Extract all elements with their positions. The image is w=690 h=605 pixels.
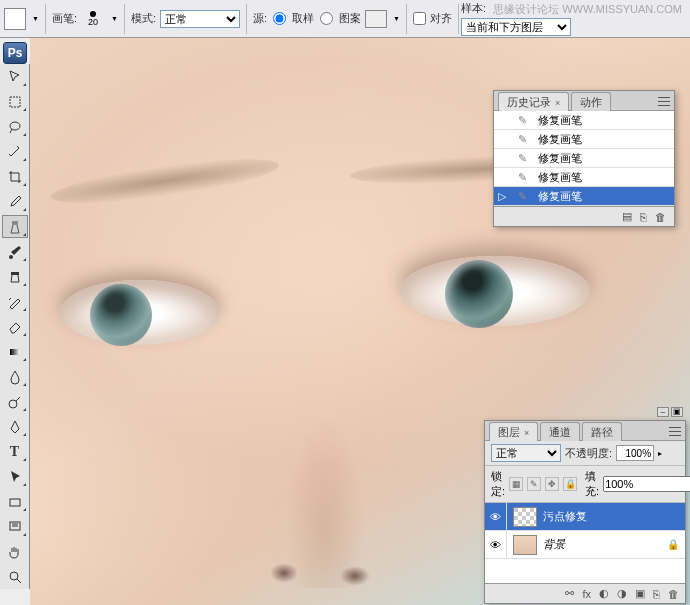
layer-thumbnail[interactable]	[513, 535, 537, 555]
tool-preset-picker[interactable]	[4, 8, 26, 30]
history-brush-tool[interactable]	[2, 290, 28, 313]
hand-tool[interactable]	[2, 540, 28, 563]
source-sampled-radio[interactable]	[273, 12, 286, 25]
lock-pixels-icon[interactable]: ✎	[527, 477, 541, 491]
chevron-down-icon[interactable]: ▼	[32, 15, 39, 22]
sample-select[interactable]: 当前和下方图层	[461, 18, 571, 36]
lock-all-icon[interactable]: 🔒	[563, 477, 577, 491]
tab-history[interactable]: 历史记录×	[498, 92, 569, 111]
layer-style-icon[interactable]: fx	[582, 588, 591, 600]
mode-select[interactable]: 正常	[160, 10, 240, 28]
layers-panel: – ▣ 图层× 通道 路径 正常 不透明度: ▸ 锁定: ▦ ✎ ✥ 🔒 填充:…	[484, 420, 686, 604]
panel-menu-icon[interactable]	[669, 425, 681, 437]
tab-layers[interactable]: 图层×	[489, 422, 538, 441]
new-layer-icon[interactable]: ⎘	[653, 588, 660, 600]
brush-label: 画笔:	[52, 11, 77, 26]
source-pattern-radio[interactable]	[320, 12, 333, 25]
svg-point-6	[9, 400, 17, 408]
close-icon[interactable]: ×	[524, 428, 529, 438]
tab-paths[interactable]: 路径	[582, 422, 622, 441]
notes-tool[interactable]	[2, 515, 28, 538]
brush-preset-picker[interactable]: 20	[81, 11, 105, 27]
panel-menu-icon[interactable]	[658, 95, 670, 107]
aligned-label[interactable]: 对齐	[430, 11, 452, 26]
shape-tool[interactable]	[2, 490, 28, 513]
source-pattern-label[interactable]: 图案	[339, 11, 361, 26]
tab-channels[interactable]: 通道	[540, 422, 580, 441]
pattern-swatch[interactable]	[365, 10, 387, 28]
layer-thumbnail[interactable]	[513, 507, 537, 527]
mode-label: 模式:	[131, 11, 156, 26]
history-item[interactable]: ▷✎修复画笔	[494, 187, 674, 206]
close-icon[interactable]: ×	[555, 98, 560, 108]
eyedropper-tool[interactable]	[2, 190, 28, 213]
chevron-down-icon[interactable]: ▼	[111, 15, 118, 22]
layer-row[interactable]: 👁 背景 🔒	[485, 531, 685, 559]
chevron-right-icon[interactable]: ▸	[658, 449, 662, 458]
move-tool[interactable]	[2, 65, 28, 88]
layer-name[interactable]: 污点修复	[543, 509, 685, 524]
svg-rect-0	[10, 97, 20, 107]
source-sampled-label[interactable]: 取样	[292, 11, 314, 26]
fill-input[interactable]	[603, 476, 690, 492]
layer-list: 👁 污点修复 👁 背景 🔒	[485, 503, 685, 583]
history-item[interactable]: ✎修复画笔	[494, 130, 674, 149]
svg-point-9	[10, 572, 18, 580]
path-selection-tool[interactable]	[2, 465, 28, 488]
layer-name[interactable]: 背景	[543, 537, 667, 552]
history-item[interactable]: ✎修复画笔	[494, 111, 674, 130]
history-item[interactable]: ✎修复画笔	[494, 149, 674, 168]
aligned-checkbox[interactable]	[413, 12, 426, 25]
adjustment-layer-icon[interactable]: ◑	[617, 587, 627, 600]
group-icon[interactable]: ▣	[635, 587, 645, 600]
svg-rect-2	[12, 221, 18, 225]
app-logo: Ps	[3, 42, 27, 64]
gradient-tool[interactable]	[2, 340, 28, 363]
eraser-tool[interactable]	[2, 315, 28, 338]
new-snapshot-icon[interactable]: ⎘	[640, 211, 647, 223]
create-document-icon[interactable]: ▤	[622, 210, 632, 223]
fill-label: 填充:	[585, 469, 599, 499]
lock-icon: 🔒	[667, 539, 679, 550]
marquee-tool[interactable]	[2, 90, 28, 113]
link-layers-icon[interactable]: ⚯	[565, 587, 574, 600]
brush-tool[interactable]	[2, 240, 28, 263]
tab-actions[interactable]: 动作	[571, 92, 611, 111]
layers-footer: ⚯ fx ◐ ◑ ▣ ⎘ 🗑	[485, 583, 685, 603]
clone-stamp-tool[interactable]	[2, 265, 28, 288]
trash-icon[interactable]: 🗑	[668, 588, 679, 600]
trash-icon[interactable]: 🗑	[655, 211, 666, 223]
healing-brush-icon: ✎	[518, 171, 532, 184]
layer-mask-icon[interactable]: ◐	[599, 587, 609, 600]
svg-point-3	[9, 255, 13, 259]
chevron-down-icon[interactable]: ▼	[393, 15, 400, 22]
blur-tool[interactable]	[2, 365, 28, 388]
tools-panel: T	[0, 64, 30, 589]
watermark-text: 思缘设计论坛 WWW.MISSYUAN.COM	[493, 2, 682, 17]
healing-brush-icon: ✎	[518, 190, 532, 203]
lock-position-icon[interactable]: ✥	[545, 477, 559, 491]
blend-mode-select[interactable]: 正常	[491, 444, 561, 462]
history-item[interactable]: ✎修复画笔	[494, 168, 674, 187]
visibility-toggle[interactable]: 👁	[485, 503, 507, 530]
layer-row[interactable]: 👁 污点修复	[485, 503, 685, 531]
magic-wand-tool[interactable]	[2, 140, 28, 163]
healing-brush-tool[interactable]	[2, 215, 28, 238]
visibility-toggle[interactable]: 👁	[485, 531, 507, 558]
dodge-tool[interactable]	[2, 390, 28, 413]
opacity-input[interactable]	[616, 445, 654, 461]
expand-icon[interactable]: ▣	[671, 407, 683, 417]
lasso-tool[interactable]	[2, 115, 28, 138]
svg-rect-7	[10, 499, 20, 506]
eye-icon: 👁	[490, 511, 501, 523]
type-tool[interactable]: T	[2, 440, 28, 463]
crop-tool[interactable]	[2, 165, 28, 188]
brush-size-value: 20	[88, 17, 98, 27]
pen-tool[interactable]	[2, 415, 28, 438]
healing-brush-icon: ✎	[518, 114, 532, 127]
history-footer: ▤ ⎘ 🗑	[494, 206, 674, 226]
zoom-tool[interactable]	[2, 565, 28, 588]
svg-rect-5	[10, 349, 20, 355]
minimize-icon[interactable]: –	[657, 407, 669, 417]
lock-transparency-icon[interactable]: ▦	[509, 477, 523, 491]
